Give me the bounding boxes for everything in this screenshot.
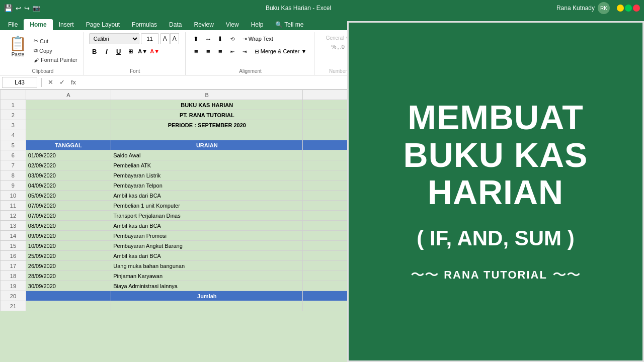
copy-button[interactable]: ⧉ Copy	[32, 46, 79, 55]
row-header-10[interactable]: 10	[1, 191, 26, 201]
cell-r5-c1[interactable]: URAIAN	[111, 140, 303, 150]
cell-r15-c1[interactable]: Pembayaran Angkut Barang	[111, 241, 303, 251]
maximize-button[interactable]	[625, 5, 632, 12]
cell-r16-c0[interactable]: 25/09/2020	[26, 251, 111, 261]
font-size-input[interactable]	[141, 33, 159, 44]
align-left-button[interactable]: ≡	[191, 46, 202, 57]
minimize-button[interactable]	[617, 5, 624, 12]
cell-r1-c0[interactable]	[26, 100, 111, 110]
cell-reference-box[interactable]	[2, 77, 37, 88]
row-header-8[interactable]: 8	[1, 170, 26, 180]
cell-r13-c1[interactable]: Ambil kas dari BCA	[111, 221, 303, 231]
cell-r8-c0[interactable]: 03/09/2020	[26, 170, 111, 180]
cell-r14-c1[interactable]: Pembayaran Promosi	[111, 231, 303, 241]
cell-r18-c0[interactable]: 28/09/2020	[26, 271, 111, 281]
wrap-text-button[interactable]: ⇥ Wrap Text	[239, 33, 277, 44]
font-size-decrease[interactable]: A	[170, 33, 179, 44]
row-header-20[interactable]: 20	[1, 291, 26, 301]
cell-r19-c1[interactable]: Biaya Administrasi lainnya	[111, 281, 303, 291]
cell-r14-c0[interactable]: 09/09/2020	[26, 231, 111, 241]
row-header-19[interactable]: 19	[1, 281, 26, 291]
align-center-button[interactable]: ≡	[203, 46, 214, 57]
border-button[interactable]: ⊞	[125, 46, 136, 57]
cell-r9-c0[interactable]: 04/09/2020	[26, 180, 111, 191]
row-header-7[interactable]: 7	[1, 160, 26, 170]
cell-r21-c0[interactable]	[26, 301, 111, 311]
row-header-13[interactable]: 13	[1, 221, 26, 231]
tab-home[interactable]: Home	[24, 19, 52, 30]
tab-tell-me[interactable]: 🔍 Tell me	[269, 19, 309, 30]
cell-r5-c0[interactable]: TANGGAL	[26, 140, 111, 150]
font-name-select[interactable]: Calibri Arial Times New Roman	[89, 33, 139, 44]
col-header-b[interactable]: B	[111, 90, 303, 100]
row-header-2[interactable]: 2	[1, 110, 26, 120]
cancel-formula-icon[interactable]: ✕	[46, 78, 55, 86]
italic-button[interactable]: I	[101, 46, 112, 57]
cell-r2-c1[interactable]: PT. RANA TUTORIAL	[111, 110, 303, 120]
row-header-6[interactable]: 6	[1, 150, 26, 160]
cell-r21-c1[interactable]	[111, 301, 303, 311]
row-header-14[interactable]: 14	[1, 231, 26, 241]
camera-icon[interactable]: 📷	[33, 5, 40, 12]
cell-r6-c1[interactable]: Saldo Awal	[111, 150, 303, 160]
row-header-1[interactable]: 1	[1, 100, 26, 110]
cell-r4-c0[interactable]	[26, 130, 111, 140]
cell-r18-c1[interactable]: Pinjaman Karyawan	[111, 271, 303, 281]
cell-r1-c1[interactable]: BUKU KAS HARIAN	[111, 100, 303, 110]
align-right-button[interactable]: ≡	[215, 46, 226, 57]
font-color-button[interactable]: A▼	[149, 46, 160, 57]
cell-r10-c0[interactable]: 05/09/2020	[26, 191, 111, 201]
row-header-11[interactable]: 11	[1, 201, 26, 211]
row-header-5[interactable]: 5	[1, 140, 26, 150]
cell-r2-c0[interactable]	[26, 110, 111, 120]
underline-button[interactable]: U	[113, 46, 124, 57]
cell-r8-c1[interactable]: Pembayaran Listrik	[111, 170, 303, 180]
row-header-4[interactable]: 4	[1, 130, 26, 140]
cut-button[interactable]: ✂ Cut	[32, 37, 79, 45]
cell-r10-c1[interactable]: Ambil kas dari BCA	[111, 191, 303, 201]
row-header-3[interactable]: 3	[1, 120, 26, 130]
tab-data[interactable]: Data	[163, 19, 188, 30]
tab-file[interactable]: File	[2, 19, 24, 30]
undo-icon[interactable]: ↩	[16, 5, 21, 12]
cell-r11-c0[interactable]: 07/09/2020	[26, 201, 111, 211]
tab-page-layout[interactable]: Page Layout	[80, 19, 126, 30]
row-header-17[interactable]: 17	[1, 261, 26, 271]
align-bottom-button[interactable]: ⬇	[215, 33, 226, 44]
row-header-18[interactable]: 18	[1, 271, 26, 281]
insert-function-icon[interactable]: fx	[69, 78, 78, 86]
cell-r12-c0[interactable]: 07/09/2020	[26, 211, 111, 221]
cell-r11-c1[interactable]: Pembelian 1 unit Komputer	[111, 201, 303, 211]
align-middle-button[interactable]: ↔	[203, 33, 214, 44]
cell-r20-c0[interactable]	[26, 291, 111, 301]
row-header-12[interactable]: 12	[1, 211, 26, 221]
align-top-button[interactable]: ⬆	[191, 33, 202, 44]
cell-r17-c0[interactable]: 26/09/2020	[26, 261, 111, 271]
confirm-formula-icon[interactable]: ✓	[57, 78, 67, 86]
cell-r19-c0[interactable]: 30/09/2020	[26, 281, 111, 291]
tab-review[interactable]: Review	[188, 19, 219, 30]
format-painter-button[interactable]: 🖌 Format Painter	[32, 56, 79, 64]
cell-r3-c0[interactable]	[26, 120, 111, 130]
row-header-15[interactable]: 15	[1, 241, 26, 251]
cell-r7-c1[interactable]: Pembelian ATK	[111, 160, 303, 170]
col-header-a[interactable]: A	[26, 90, 111, 100]
cell-r4-c1[interactable]	[111, 130, 303, 140]
close-button[interactable]	[633, 5, 640, 12]
row-header-16[interactable]: 16	[1, 251, 26, 261]
cell-r20-c1[interactable]: Jumlah	[111, 291, 303, 301]
cell-r17-c1[interactable]: Uang muka bahan bangunan	[111, 261, 303, 271]
tab-insert[interactable]: Insert	[53, 19, 80, 30]
decrease-indent-button[interactable]: ⇤	[227, 46, 238, 57]
save-icon[interactable]: 💾	[4, 4, 13, 12]
cell-r6-c0[interactable]: 01/09/2020	[26, 150, 111, 160]
increase-indent-button[interactable]: ⇥	[239, 46, 250, 57]
cell-r13-c0[interactable]: 08/09/2020	[26, 221, 111, 231]
tab-help[interactable]: Help	[245, 19, 270, 30]
cell-r15-c0[interactable]: 10/09/2020	[26, 241, 111, 251]
cell-r9-c1[interactable]: Pembayaran Telpon	[111, 180, 303, 191]
tab-formulas[interactable]: Formulas	[126, 19, 163, 30]
cell-r16-c1[interactable]: Ambil kas dari BCA	[111, 251, 303, 261]
tab-view[interactable]: View	[220, 19, 245, 30]
row-header-9[interactable]: 9	[1, 180, 26, 191]
